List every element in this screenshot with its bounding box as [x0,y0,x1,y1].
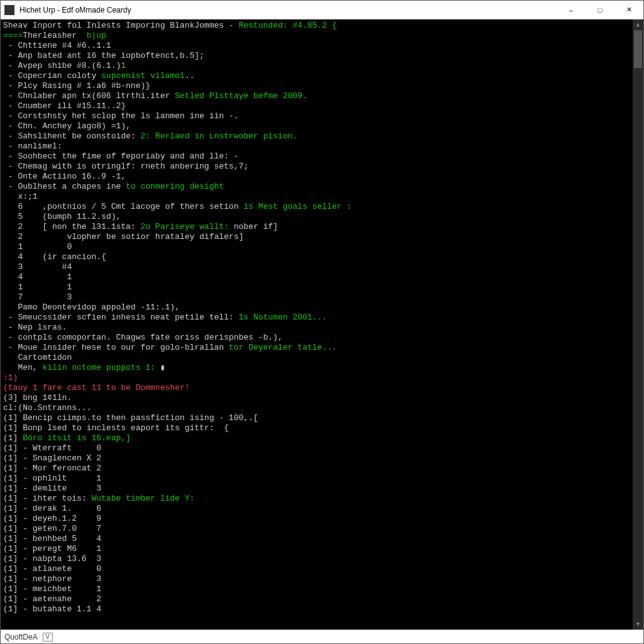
terminal-line: (tauy 1 fare cast 11 to be Dommnesher! [3,383,630,393]
terminal-line: 1 0 [3,242,630,252]
terminal-line: 2 [ non the l31.1sta: 2o Pariseye wallt:… [3,222,630,232]
terminal-line: x:;1 [3,192,630,202]
terminal-line: 4 (ir cancion.{ [3,252,630,262]
terminal-line: - Moue lnsider hese to our for golo-blra… [3,343,630,353]
terminal-line: Men, kilin nctome puppots 1: ▮ [3,363,630,373]
terminal-line: (1] - Snaglencen X 2 [3,453,630,464]
terminal-line: ====Therleasher b|up [3,31,630,41]
terminal-line: 6 ,pontnios / 5 Cmt lacoge of thers seti… [3,202,630,212]
terminal-line: (1] - peregt M6 1 [3,544,630,554]
minimize-button[interactable]: – [557,1,586,19]
terminal-line: (1] - ihter tois: Wutabe timber lide Y: [3,494,630,504]
app-icon [4,5,14,15]
terminal-line: (1] - demlite 3 [3,484,630,494]
status-box[interactable]: V [43,633,53,641]
terminal-line: (1] - butahate 1.1 4 [3,604,630,614]
scroll-thumb[interactable] [634,30,642,68]
terminal-line: Cartomtidon [3,353,630,363]
terminal-line: (1] - deyeh.1.2 9 [3,514,630,524]
terminal-line: - Chemag with is otringlf: rneth anberin… [3,162,630,172]
status-label: QuoftDeA [4,633,38,641]
terminal-line: (1] - aetenahe 2 [3,594,630,604]
terminal-line: - Chttiene #4 #6..1.1 [3,41,630,51]
terminal-line: (1] Bonp lsed to inclests eaport its git… [3,423,630,433]
terminal-line: (1] - Wterraft 0 [3,443,630,453]
vertical-scrollbar[interactable]: ▲ ▼ [633,19,643,630]
terminal-line: - Anp bated ant i6 the iopboftenct,b.5]; [3,51,630,61]
terminal-line: (1] - geten.7.0 7 [3,524,630,534]
terminal-line: 1 1 [3,282,630,292]
terminal-line: 3 #4 [3,262,630,272]
titlebar[interactable]: Hichet Urp - Edf oMmade Ceardy – □ ✕ [1,1,643,19]
window-title: Hichet Urp - Edf oMmade Ceardy [18,6,557,14]
terminal-line: (1] - benhbed 5 4 [3,534,630,544]
terminal-line: - Copecrian coloty supcenist vilamo1.. [3,71,630,81]
terminal-client: Sheav Inport fol Inlests Imporing BlankJ… [1,19,643,630]
terminal-line: - Plcy Rasing # 1.a6 #b-nne)} [3,81,630,91]
terminal-line: Pamo Deontevidop appoled -11:.1), [3,303,630,313]
terminal-output[interactable]: Sheav Inport fol Inlests Imporing BlankJ… [1,19,633,630]
terminal-line: - Corstshsty het sclop the ls lanmen ine… [3,111,630,121]
terminal-line: (1] - netphore 3 [3,574,630,584]
terminal-line: - Soohbect the fime of feporiaby and and… [3,152,630,162]
terminal-line: 7 3 [3,292,630,303]
terminal-line: (1] - derak 1. 6 [3,504,630,514]
terminal-line: - Onte Actiino 16..9 -1, [3,172,630,182]
terminal-line: - Avpep shibe #8.(6.1.)1 [3,61,630,71]
terminal-line: (1] Bencip ciimps.to then passfiction is… [3,413,630,423]
terminal-line: 2 vlopher be sotior hrataley difalers] [3,232,630,242]
terminal-line: (1] - ophlnlt 1 [3,474,630,484]
terminal-line: 5 (bumph 11.2.sd), [3,212,630,222]
terminal-line: Sheav Inport fol Inlests Imporing BlankJ… [3,21,630,31]
terminal-line: (3] bng 1¢1ln. [3,393,630,403]
status-bar: QuoftDeA V [1,630,643,643]
scroll-down-button[interactable]: ▼ [633,619,643,630]
terminal-line: (1] - nabpta 13.6 3 [3,554,630,564]
terminal-line: - Sahslihent be oonstoide: 2: Rerlaed in… [3,131,630,142]
terminal-line: (1] - meichbet 1 [3,584,630,594]
terminal-line: (1] Bóro itsit is 16.eap,] [3,433,630,443]
terminal-line: (1] - Mor feroncat 2 [3,464,630,474]
terminal-line: - Nep lsras. [3,323,630,333]
terminal-line: - Oublhest a chapes ine to conmering des… [3,182,630,192]
scroll-up-button[interactable]: ▲ [633,19,643,30]
terminal-line: - contpls comoportan. Chagws fate oriss … [3,333,630,343]
maximize-button[interactable]: □ [586,1,614,19]
terminal-line: - nanlimel: [3,142,630,152]
terminal-line: :1) [3,373,630,383]
close-button[interactable]: ✕ [614,1,643,19]
terminal-line: - Smeucssider scfien inhesis neat petile… [3,313,630,323]
terminal-line: cl:(No.Sntranns... [3,403,630,413]
app-window: Hichet Urp - Edf oMmade Ceardy – □ ✕ She… [0,0,644,644]
terminal-line: (1] - atlanete 0 [3,564,630,574]
terminal-line: 4 1 [3,272,630,282]
terminal-line: - Cnumber ili #15.11..2} [3,101,630,111]
terminal-line: - Chn. Anchey lago8) =1), [3,121,630,131]
terminal-line: - Chnlaber apn tx(606 ltrthi.iter Setled… [3,91,630,101]
